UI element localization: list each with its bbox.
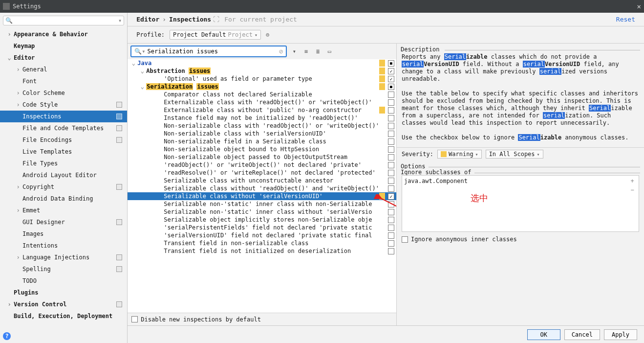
checkbox[interactable] xyxy=(388,138,394,145)
inspection-search-input[interactable] xyxy=(148,48,279,55)
checkbox[interactable] xyxy=(388,248,394,254)
checkbox[interactable] xyxy=(388,170,394,176)
checkbox[interactable] xyxy=(388,201,394,207)
tree-row[interactable]: ⌄Java xyxy=(128,59,396,67)
sidebar-item[interactable]: Android Data Binding xyxy=(0,193,127,205)
checkbox[interactable] xyxy=(388,60,394,67)
sidebar-item[interactable]: GUI Designer xyxy=(0,216,127,228)
sidebar-item[interactable]: ›General xyxy=(0,64,127,75)
tree-row[interactable]: Externalizable class without 'public' no… xyxy=(128,106,396,114)
checkbox[interactable] xyxy=(388,123,394,129)
sidebar-item[interactable]: File and Code Templates xyxy=(0,122,127,134)
tree-row[interactable]: 'readObject()' or 'writeObject()' not de… xyxy=(128,161,396,169)
checkbox[interactable] xyxy=(388,154,394,160)
checkbox[interactable] xyxy=(388,232,394,239)
add-icon[interactable]: + xyxy=(630,178,634,184)
tree-row[interactable]: Instance field may not be initialized by… xyxy=(128,114,396,122)
sidebar-item[interactable]: ›Version Control xyxy=(0,298,127,310)
clear-icon[interactable]: ⊘ xyxy=(279,47,283,55)
cancel-button[interactable]: Cancel xyxy=(564,329,600,340)
tree-row[interactable]: Serializable non-'static' inner class wi… xyxy=(128,200,396,208)
remove-icon[interactable]: − xyxy=(630,186,634,193)
severity-combo[interactable]: Warning ▾ xyxy=(437,150,482,159)
show-icon[interactable]: ▭ xyxy=(325,47,334,56)
tree-row[interactable]: Serializable non-'static' inner class wi… xyxy=(128,208,396,216)
checkbox[interactable] xyxy=(388,131,394,137)
sidebar-item[interactable]: Live Templates xyxy=(0,146,127,158)
checkbox[interactable] xyxy=(388,185,394,192)
tree-row[interactable]: Non-serializable class with 'serialVersi… xyxy=(128,130,396,137)
sidebar-item[interactable]: ›Emmet xyxy=(0,205,127,216)
checkbox[interactable] xyxy=(388,91,394,98)
sidebar-item[interactable]: Inspections xyxy=(0,111,127,122)
sidebar-item[interactable]: Keymap xyxy=(0,40,127,52)
tree-row[interactable]: ⌄Serialization issues xyxy=(128,83,396,91)
sidebar-item[interactable]: Build, Execution, Deployment xyxy=(0,310,127,322)
sidebar-item[interactable]: Plugins xyxy=(0,287,127,298)
sidebar-item[interactable]: ›Copyright xyxy=(0,181,127,193)
sidebar-item[interactable]: ⌄Editor xyxy=(0,52,127,64)
tree-row[interactable]: Serializable class without 'serialVersio… xyxy=(128,192,396,200)
ignore-anon-checkbox[interactable] xyxy=(402,236,408,243)
apply-button[interactable]: Apply xyxy=(604,329,637,340)
sidebar-item[interactable]: File Encodings xyxy=(0,134,127,146)
checkbox[interactable] xyxy=(388,193,394,200)
checkbox[interactable] xyxy=(388,107,394,114)
tree-row[interactable]: Externalizable class with 'readObject()'… xyxy=(128,98,396,106)
dropdown-icon[interactable]: ▾ xyxy=(118,17,122,24)
sidebar-item[interactable]: Spelling xyxy=(0,263,127,275)
checkbox[interactable] xyxy=(388,178,394,184)
checkbox[interactable] xyxy=(388,68,394,74)
tree-row[interactable]: 'readResolve()' or 'writeReplace()' not … xyxy=(128,169,396,177)
scope-combo[interactable]: In All Scopes ▾ xyxy=(486,150,543,159)
checkbox[interactable] xyxy=(388,99,394,106)
sidebar-item[interactable]: ›Appearance & Behavior xyxy=(0,28,127,40)
tree-row[interactable]: Non-serializable object passed to Object… xyxy=(128,153,396,161)
disable-new-checkbox[interactable] xyxy=(131,316,138,322)
filter-icon[interactable]: ▾ xyxy=(290,47,299,56)
inspection-search[interactable]: 🔍▾ ⊘ xyxy=(130,46,287,57)
inspection-tree[interactable]: ⌄Java⌄Abstraction issues'Optional' used … xyxy=(128,59,396,313)
sidebar-item[interactable]: ›Language Injections xyxy=(0,252,127,263)
checkbox[interactable] xyxy=(388,225,394,231)
close-icon[interactable]: ✕ xyxy=(637,2,641,10)
tree-row[interactable]: Serializable class with unconstructable … xyxy=(128,177,396,184)
checkbox[interactable] xyxy=(388,115,394,121)
sidebar-item[interactable]: File Types xyxy=(0,158,127,169)
sidebar-search-input[interactable] xyxy=(15,17,118,24)
sidebar-item[interactable]: TODO xyxy=(0,275,127,287)
gear-icon[interactable]: ⚙ xyxy=(266,31,269,38)
checkbox[interactable] xyxy=(388,162,394,168)
ignore-list[interactable]: java.awt.Component + − 选中 xyxy=(402,175,639,232)
checkbox[interactable] xyxy=(388,146,394,153)
reset-link[interactable]: Reset xyxy=(616,16,635,23)
sidebar-search[interactable]: 🔍 ▾ xyxy=(3,16,124,25)
tree-row[interactable]: 'serialPersistentFields' field not decla… xyxy=(128,224,396,231)
checkbox[interactable] xyxy=(388,240,394,247)
tree-row[interactable]: Transient field is not initialized on de… xyxy=(128,247,396,255)
help-button[interactable]: ? xyxy=(0,329,127,343)
ok-button[interactable]: OK xyxy=(527,329,560,340)
sidebar-item[interactable]: Font xyxy=(0,75,127,87)
tree-row[interactable]: Serializable class without 'readObject()… xyxy=(128,184,396,192)
tree-row[interactable]: Transient field in non-serializable clas… xyxy=(128,239,396,247)
ignore-entry[interactable]: java.awt.Component xyxy=(404,178,628,229)
tree-row[interactable]: Serializable object implicitly stores no… xyxy=(128,216,396,224)
sidebar-item[interactable]: Android Layout Editor xyxy=(0,169,127,181)
crumb-editor[interactable]: Editor xyxy=(136,16,159,23)
tree-row[interactable]: ⌄Abstraction issues xyxy=(128,67,396,75)
tree-row[interactable]: Comparator class not declared Serializab… xyxy=(128,91,396,98)
checkbox[interactable] xyxy=(388,209,394,215)
sidebar-item[interactable]: Intentions xyxy=(0,240,127,252)
profile-combo[interactable]: Project Default Project ▾ xyxy=(170,30,261,40)
checkbox[interactable] xyxy=(388,84,394,90)
sidebar-item[interactable]: ›Color Scheme xyxy=(0,87,127,99)
tree-row[interactable]: Non-serializable field in a Serializable… xyxy=(128,137,396,145)
expand-all-icon[interactable]: ≡ xyxy=(301,47,310,56)
sidebar-item[interactable]: ›Code Style xyxy=(0,99,127,111)
tree-row[interactable]: Non-serializable class with 'readObject(… xyxy=(128,122,396,130)
tree-row[interactable]: 'Optional' used as field or parameter ty… xyxy=(128,75,396,83)
checkbox[interactable] xyxy=(388,217,394,223)
collapse-all-icon[interactable]: ≣ xyxy=(313,47,322,56)
tree-row[interactable]: Non-serializable object bound to HttpSes… xyxy=(128,145,396,153)
